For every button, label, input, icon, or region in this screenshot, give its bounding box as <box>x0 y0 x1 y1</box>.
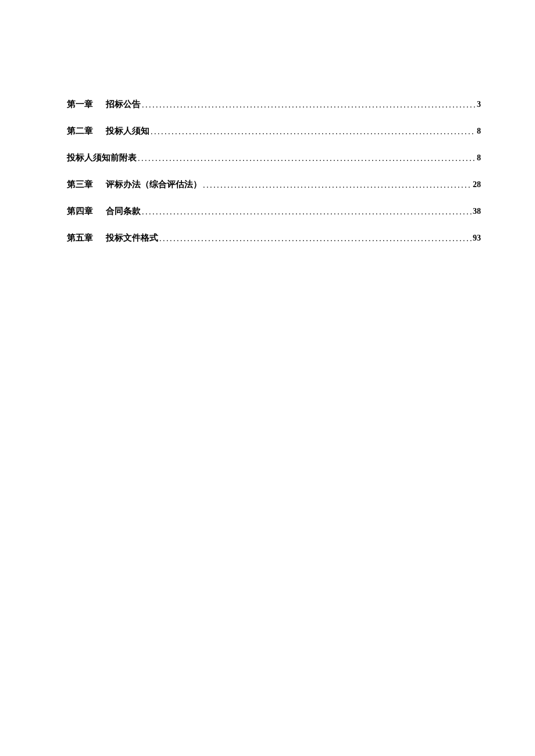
toc-title-text: 投标人须知前附表 <box>67 152 137 163</box>
table-of-contents: 第一章 招标公告 3 第二章 投标人须知 8 投标人须知前附表 8 第三章 评标… <box>67 99 481 243</box>
toc-chapter-label: 第五章 <box>67 232 93 243</box>
toc-entry: 第五章 投标文件格式 93 <box>67 232 481 243</box>
toc-entry: 第三章 评标办法（综合评估法） 28 <box>67 179 481 190</box>
toc-chapter-label: 第三章 <box>67 179 93 190</box>
toc-leader-dots <box>159 234 472 243</box>
toc-title-text: 评标办法（综合评估法） <box>106 179 202 190</box>
toc-page-number: 38 <box>473 207 481 216</box>
toc-entry: 第二章 投标人须知 8 <box>67 126 481 137</box>
document-page: 第一章 招标公告 3 第二章 投标人须知 8 投标人须知前附表 8 第三章 评标… <box>0 0 535 243</box>
toc-entry: 第四章 合同条款 38 <box>67 206 481 217</box>
toc-title-text: 招标公告 <box>106 99 141 110</box>
toc-entry: 第一章 招标公告 3 <box>67 99 481 110</box>
toc-leader-dots <box>142 101 476 110</box>
toc-title-text: 合同条款 <box>106 206 141 217</box>
toc-entry: 投标人须知前附表 8 <box>67 152 481 163</box>
toc-title-text: 投标文件格式 <box>106 232 158 243</box>
toc-page-number: 3 <box>477 100 481 109</box>
toc-page-number: 8 <box>477 127 481 136</box>
toc-leader-dots <box>203 181 472 190</box>
toc-leader-dots <box>151 127 476 137</box>
toc-leader-dots <box>142 207 472 217</box>
toc-chapter-label: 第四章 <box>67 206 93 217</box>
toc-page-number: 93 <box>473 234 481 243</box>
toc-title-text: 投标人须知 <box>106 126 149 137</box>
toc-leader-dots <box>138 154 476 163</box>
toc-page-number: 28 <box>473 180 481 189</box>
toc-page-number: 8 <box>477 153 481 163</box>
toc-chapter-label: 第二章 <box>67 126 93 137</box>
toc-chapter-label: 第一章 <box>67 99 93 110</box>
